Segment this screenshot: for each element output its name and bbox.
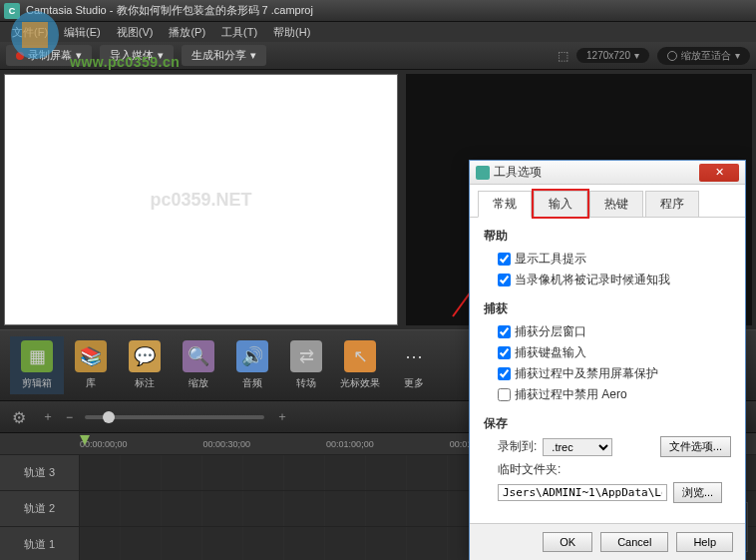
menu-view[interactable]: 视图(V) [109,23,162,42]
ribbon-library[interactable]: 📚库 [64,336,118,394]
chk-aero-input[interactable] [498,388,511,401]
chk-keyboard[interactable]: 捕获键盘输入 [484,342,731,363]
menu-play[interactable]: 播放(P) [161,23,213,42]
zoom-in-icon[interactable]: ＋ [276,408,288,425]
add-marker-icon[interactable]: ＋ [42,408,54,425]
more-icon: ⋯ [398,340,430,372]
ribbon-zoom[interactable]: 🔍缩放 [172,336,225,394]
produce-label: 生成和分享 [191,48,246,63]
section-save: 保存 录制到: .trec 文件选项... 临时文件夹: 浏览... [484,415,731,503]
menu-tools[interactable]: 工具(T) [213,23,265,42]
chk-tooltips[interactable]: 显示工具提示 [484,249,731,270]
chk-notify-input[interactable] [498,274,511,286]
ribbon-callouts[interactable]: 💬标注 [118,336,172,394]
svg-rect-1 [22,22,48,48]
dialog-title: 工具选项 [494,164,699,181]
produce-share-button[interactable]: 生成和分享 ▾ [182,45,266,66]
clipbin-icon: ▦ [21,340,53,372]
file-options-button[interactable]: 文件选项... [660,436,731,457]
chk-screensaver[interactable]: 捕获过程中及禁用屏幕保护 [484,363,731,384]
aspect-toggle-icon[interactable]: ⬚ [558,49,568,63]
search-icon [667,51,677,61]
watermark-url: www.pc0359.cn [70,54,180,70]
tab-inputs[interactable]: 输入 [534,191,587,217]
audio-icon: 🔊 [236,340,268,372]
menu-help[interactable]: 帮助(H) [265,23,318,42]
tab-general[interactable]: 常规 [478,191,532,218]
help-button[interactable]: Help [676,532,733,552]
recordto-label: 录制到: [498,438,537,455]
watermark-logo-icon [8,8,62,62]
tempfolder-input[interactable] [498,484,667,501]
section-capture-title: 捕获 [484,300,731,317]
track-header-2[interactable]: 轨道 2 [0,491,80,526]
dialog-titlebar[interactable]: 工具选项 ✕ [470,161,745,185]
zoom-fit-selector[interactable]: 缩放至适合 ▾ [657,47,750,65]
chk-layered-input[interactable] [498,325,511,338]
tools-options-dialog: 工具选项 ✕ 常规 输入 热键 程序 帮助 显示工具提示 当录像机将被记录时候通… [469,160,746,560]
zoom-thumb[interactable] [103,411,115,423]
tab-hotkeys[interactable]: 热键 [589,191,643,217]
window-titlebar: C Camtasia Studio - 教你如何制作包装盒的条形码 7 .cam… [0,0,756,22]
ribbon-clipbin[interactable]: ▦剪辑箱 [10,336,64,394]
cursor-icon: ↖ [344,340,376,372]
zoom-icon: 🔍 [183,340,214,372]
timeline-settings-icon[interactable]: ⚙ [12,408,30,426]
menu-edit[interactable]: 编辑(E) [56,23,109,42]
callouts-icon: 💬 [129,340,161,372]
app-title: Camtasia Studio - 教你如何制作包装盒的条形码 7 .campr… [26,3,313,18]
canvas-panel[interactable]: pc0359.NET [4,74,398,325]
cancel-button[interactable]: Cancel [600,532,668,552]
track-header-3[interactable]: 轨道 3 [0,455,80,490]
record-format-select[interactable]: .trec [543,438,612,456]
dialog-close-button[interactable]: ✕ [699,164,739,182]
tab-program[interactable]: 程序 [645,191,699,217]
zoom-out-icon[interactable]: − [66,410,73,424]
chk-screensaver-input[interactable] [498,367,511,380]
ribbon-cursor[interactable]: ↖光标效果 [333,336,387,394]
section-save-title: 保存 [484,415,731,432]
ribbon-audio[interactable]: 🔊音频 [225,336,279,394]
browse-button[interactable]: 浏览... [673,482,722,503]
ruler-stamp: 00:01:00;00 [326,439,374,449]
section-help: 帮助 显示工具提示 当录像机将被记录时候通知我 [484,228,731,290]
section-help-title: 帮助 [484,228,731,245]
dialog-footer: OK Cancel Help [470,523,745,560]
ok-button[interactable]: OK [543,532,592,552]
chk-tooltips-input[interactable] [498,253,511,266]
ribbon-more[interactable]: ⋯更多 [387,336,441,394]
menubar: 文件(F) 编辑(E) 视图(V) 播放(P) 工具(T) 帮助(H) [0,22,756,42]
library-icon: 📚 [75,340,107,372]
dialog-tabs: 常规 输入 热键 程序 [470,185,745,218]
chk-keyboard-input[interactable] [498,346,511,359]
tempfolder-label: 临时文件夹: [498,461,561,478]
chk-notify[interactable]: 当录像机将被记录时候通知我 [484,270,731,290]
transitions-icon: ⇄ [290,340,322,372]
dialog-body: 帮助 显示工具提示 当录像机将被记录时候通知我 捕获 捕获分层窗口 捕获键盘输入… [470,218,745,523]
zoom-slider[interactable] [85,415,264,419]
chk-aero[interactable]: 捕获过程中禁用 Aero [484,384,731,405]
watermark-center: pc0359.NET [150,190,251,211]
dialog-app-icon [476,166,490,180]
ribbon-transitions[interactable]: ⇄转场 [279,336,333,394]
section-capture: 捕获 捕获分层窗口 捕获键盘输入 捕获过程中及禁用屏幕保护 捕获过程中禁用 Ae… [484,300,731,405]
chk-layered[interactable]: 捕获分层窗口 [484,321,731,342]
ruler-stamp: 00:00:30;00 [203,439,251,449]
track-header-1[interactable]: 轨道 1 [0,527,80,560]
resolution-selector[interactable]: 1270x720 ▾ [576,48,649,63]
